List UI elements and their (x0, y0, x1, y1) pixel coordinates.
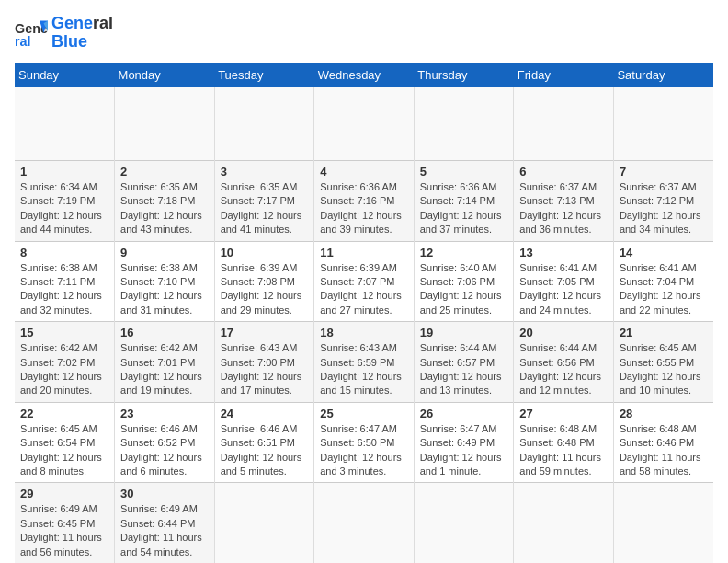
day-number: 7 (620, 165, 710, 178)
day-info: Sunrise: 6:43 AMSunset: 6:59 PMDaylight:… (320, 341, 410, 398)
calendar-cell: 23Sunrise: 6:46 AMSunset: 6:52 PMDayligh… (115, 402, 215, 483)
day-number: 27 (519, 407, 609, 420)
calendar-cell: 22Sunrise: 6:45 AMSunset: 6:54 PMDayligh… (15, 402, 115, 483)
calendar-week-row: 1Sunrise: 6:34 AMSunset: 7:19 PMDaylight… (15, 161, 713, 242)
day-number: 15 (20, 326, 110, 339)
svg-text:ral: ral (15, 34, 31, 49)
logo-name: General Blue (51, 15, 113, 52)
day-number: 22 (20, 407, 110, 420)
day-number: 14 (620, 246, 710, 259)
page-header: Gene ral General Blue (15, 15, 713, 52)
day-info: Sunrise: 6:39 AMSunset: 7:07 PMDaylight:… (320, 261, 410, 318)
day-info: Sunrise: 6:46 AMSunset: 6:52 PMDaylight:… (120, 422, 210, 479)
calendar-cell: 12Sunrise: 6:40 AMSunset: 7:06 PMDayligh… (414, 241, 514, 322)
day-info: Sunrise: 6:38 AMSunset: 7:11 PMDaylight:… (20, 261, 110, 318)
calendar-cell (414, 483, 514, 563)
day-info: Sunrise: 6:49 AMSunset: 6:45 PMDaylight:… (20, 502, 110, 559)
day-number: 10 (221, 246, 311, 259)
calendar-cell (214, 87, 314, 161)
day-number: 25 (320, 407, 410, 420)
day-info: Sunrise: 6:37 AMSunset: 7:13 PMDaylight:… (519, 180, 609, 237)
calendar-cell (115, 87, 215, 161)
day-number: 1 (20, 165, 110, 178)
calendar-cell: 9Sunrise: 6:38 AMSunset: 7:10 PMDaylight… (115, 241, 215, 322)
col-header-tuesday: Tuesday (214, 63, 314, 87)
calendar-cell (514, 483, 614, 563)
col-header-wednesday: Wednesday (314, 63, 415, 87)
calendar-cell: 13Sunrise: 6:41 AMSunset: 7:05 PMDayligh… (514, 241, 614, 322)
calendar-cell: 20Sunrise: 6:44 AMSunset: 6:56 PMDayligh… (514, 322, 614, 403)
day-info: Sunrise: 6:41 AMSunset: 7:04 PMDaylight:… (620, 261, 710, 318)
calendar-cell (613, 87, 713, 161)
calendar-cell: 14Sunrise: 6:41 AMSunset: 7:04 PMDayligh… (613, 241, 713, 322)
day-info: Sunrise: 6:36 AMSunset: 7:16 PMDaylight:… (320, 180, 410, 237)
calendar-cell: 3Sunrise: 6:35 AMSunset: 7:17 PMDaylight… (214, 161, 314, 242)
day-number: 4 (320, 165, 410, 178)
day-info: Sunrise: 6:47 AMSunset: 6:50 PMDaylight:… (320, 422, 410, 479)
day-number: 30 (120, 487, 210, 500)
day-number: 28 (620, 407, 710, 420)
col-header-thursday: Thursday (414, 63, 514, 87)
calendar-cell: 17Sunrise: 6:43 AMSunset: 7:00 PMDayligh… (214, 322, 314, 403)
day-info: Sunrise: 6:36 AMSunset: 7:14 PMDaylight:… (420, 180, 510, 237)
day-number: 8 (20, 246, 110, 259)
col-header-sunday: Sunday (15, 63, 115, 87)
calendar-cell: 28Sunrise: 6:48 AMSunset: 6:46 PMDayligh… (613, 402, 713, 483)
calendar-week-row (15, 87, 713, 161)
day-number: 16 (120, 326, 210, 339)
day-info: Sunrise: 6:41 AMSunset: 7:05 PMDaylight:… (519, 261, 609, 318)
calendar-cell: 16Sunrise: 6:42 AMSunset: 7:01 PMDayligh… (115, 322, 215, 403)
calendar-week-row: 15Sunrise: 6:42 AMSunset: 7:02 PMDayligh… (15, 322, 713, 403)
day-number: 19 (420, 326, 510, 339)
day-number: 26 (420, 407, 510, 420)
calendar-cell: 8Sunrise: 6:38 AMSunset: 7:11 PMDaylight… (15, 241, 115, 322)
day-number: 20 (519, 326, 609, 339)
day-info: Sunrise: 6:43 AMSunset: 7:00 PMDaylight:… (221, 341, 311, 398)
calendar-cell (15, 87, 115, 161)
day-info: Sunrise: 6:44 AMSunset: 6:57 PMDaylight:… (420, 341, 510, 398)
calendar-cell: 2Sunrise: 6:35 AMSunset: 7:18 PMDaylight… (115, 161, 215, 242)
col-header-friday: Friday (514, 63, 614, 87)
day-info: Sunrise: 6:42 AMSunset: 7:01 PMDaylight:… (120, 341, 210, 398)
calendar-cell: 21Sunrise: 6:45 AMSunset: 6:55 PMDayligh… (613, 322, 713, 403)
calendar-week-row: 29Sunrise: 6:49 AMSunset: 6:45 PMDayligh… (15, 483, 713, 563)
calendar-cell (514, 87, 614, 161)
calendar-cell (613, 483, 713, 563)
calendar-cell: 19Sunrise: 6:44 AMSunset: 6:57 PMDayligh… (414, 322, 514, 403)
day-number: 17 (221, 326, 311, 339)
day-number: 23 (120, 407, 210, 420)
calendar-cell (314, 87, 415, 161)
day-info: Sunrise: 6:47 AMSunset: 6:49 PMDaylight:… (420, 422, 510, 479)
day-number: 12 (420, 246, 510, 259)
day-info: Sunrise: 6:48 AMSunset: 6:46 PMDaylight:… (620, 422, 710, 479)
day-number: 9 (120, 246, 210, 259)
calendar-cell: 1Sunrise: 6:34 AMSunset: 7:19 PMDaylight… (15, 161, 115, 242)
calendar-cell (214, 483, 314, 563)
col-header-saturday: Saturday (613, 63, 713, 87)
calendar-cell: 5Sunrise: 6:36 AMSunset: 7:14 PMDaylight… (414, 161, 514, 242)
day-info: Sunrise: 6:37 AMSunset: 7:12 PMDaylight:… (620, 180, 710, 237)
col-header-monday: Monday (115, 63, 215, 87)
day-info: Sunrise: 6:44 AMSunset: 6:56 PMDaylight:… (519, 341, 609, 398)
day-info: Sunrise: 6:45 AMSunset: 6:54 PMDaylight:… (20, 422, 110, 479)
day-number: 3 (221, 165, 311, 178)
calendar-cell: 24Sunrise: 6:46 AMSunset: 6:51 PMDayligh… (214, 402, 314, 483)
day-info: Sunrise: 6:45 AMSunset: 6:55 PMDaylight:… (620, 341, 710, 398)
calendar-cell: 7Sunrise: 6:37 AMSunset: 7:12 PMDaylight… (613, 161, 713, 242)
calendar-cell (414, 87, 514, 161)
day-info: Sunrise: 6:38 AMSunset: 7:10 PMDaylight:… (120, 261, 210, 318)
day-info: Sunrise: 6:46 AMSunset: 6:51 PMDaylight:… (221, 422, 311, 479)
logo-icon: Gene ral (15, 17, 48, 50)
day-number: 11 (320, 246, 410, 259)
day-info: Sunrise: 6:35 AMSunset: 7:17 PMDaylight:… (221, 180, 311, 237)
day-info: Sunrise: 6:49 AMSunset: 6:44 PMDaylight:… (120, 502, 210, 559)
day-info: Sunrise: 6:34 AMSunset: 7:19 PMDaylight:… (20, 180, 110, 237)
day-number: 24 (221, 407, 311, 420)
day-number: 29 (20, 487, 110, 500)
calendar-cell: 15Sunrise: 6:42 AMSunset: 7:02 PMDayligh… (15, 322, 115, 403)
calendar-cell: 29Sunrise: 6:49 AMSunset: 6:45 PMDayligh… (15, 483, 115, 563)
calendar-cell: 11Sunrise: 6:39 AMSunset: 7:07 PMDayligh… (314, 241, 415, 322)
calendar-cell (314, 483, 415, 563)
day-info: Sunrise: 6:48 AMSunset: 6:48 PMDaylight:… (519, 422, 609, 479)
calendar-week-row: 22Sunrise: 6:45 AMSunset: 6:54 PMDayligh… (15, 402, 713, 483)
